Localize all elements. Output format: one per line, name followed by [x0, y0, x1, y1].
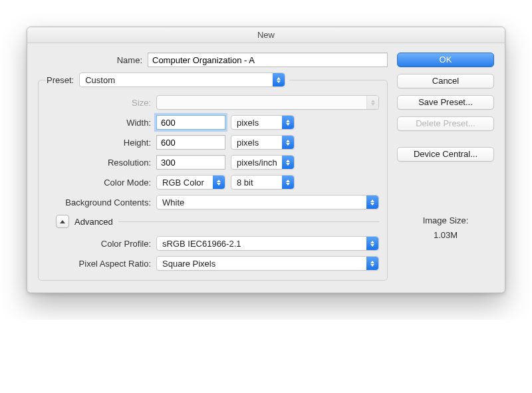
name-input[interactable] [148, 53, 388, 67]
save-preset-button[interactable]: Save Preset... [397, 95, 494, 110]
bitdepth-value: 8 bit [237, 178, 253, 188]
preset-value: Custom [85, 75, 115, 85]
size-select [156, 95, 379, 110]
chevron-updown-icon [282, 156, 294, 169]
chevron-updown-icon [282, 176, 294, 189]
preset-group: Preset: Custom Size: Width: [38, 72, 388, 281]
pixel-aspect-label: Pixel Aspect Ratio: [47, 259, 156, 269]
colormode-label: Color Mode: [47, 178, 156, 188]
color-profile-value: sRGB IEC61966-2.1 [162, 239, 241, 249]
chevron-updown-icon [282, 136, 294, 149]
colormode-value: RGB Color [162, 178, 204, 188]
background-select[interactable]: White [156, 195, 379, 209]
image-size-label: Image Size: [397, 213, 494, 228]
delete-preset-button: Delete Preset... [397, 116, 494, 131]
height-unit-select[interactable]: pixels [231, 135, 295, 150]
width-unit-value: pixels [237, 118, 259, 128]
ok-button[interactable]: OK [397, 53, 494, 67]
width-input[interactable] [156, 115, 225, 130]
device-central-button[interactable]: Device Central... [397, 147, 494, 162]
width-unit-select[interactable]: pixels [231, 115, 295, 130]
resolution-unit-select[interactable]: pixels/inch [231, 155, 295, 170]
chevron-updown-icon [213, 176, 225, 189]
chevron-updown-icon [366, 96, 378, 109]
advanced-label: Advanced [74, 217, 113, 227]
pixel-aspect-value: Square Pixels [162, 259, 215, 269]
resolution-unit-value: pixels/inch [237, 158, 277, 168]
chevron-updown-icon [366, 257, 378, 270]
color-profile-label: Color Profile: [47, 239, 156, 249]
width-label: Width: [47, 118, 156, 128]
background-label: Background Contents: [47, 197, 156, 207]
chevron-updown-icon [282, 116, 294, 129]
dialog-title: New [27, 27, 505, 43]
colormode-select[interactable]: RGB Color [156, 175, 225, 190]
advanced-toggle[interactable] [56, 215, 69, 228]
chevron-updown-icon [273, 73, 285, 86]
height-unit-value: pixels [237, 138, 259, 148]
height-input[interactable] [156, 135, 225, 150]
divider [118, 221, 379, 222]
height-label: Height: [47, 138, 156, 148]
image-size-value: 1.03M [397, 228, 494, 243]
resolution-label: Resolution: [47, 158, 156, 168]
bitdepth-select[interactable]: 8 bit [231, 175, 295, 190]
preset-select[interactable]: Custom [79, 72, 285, 87]
color-profile-select[interactable]: sRGB IEC61966-2.1 [156, 236, 379, 251]
pixel-aspect-select[interactable]: Square Pixels [156, 256, 379, 271]
chevron-updown-icon [366, 237, 378, 250]
size-label: Size: [47, 98, 156, 108]
cancel-button[interactable]: Cancel [397, 74, 494, 88]
name-label: Name: [38, 55, 148, 65]
chevron-updown-icon [366, 196, 378, 209]
new-document-dialog: New Name: Preset: Custom Size: [27, 27, 505, 293]
resolution-input[interactable] [156, 155, 225, 170]
preset-label: Preset: [47, 75, 74, 85]
background-value: White [162, 197, 184, 207]
